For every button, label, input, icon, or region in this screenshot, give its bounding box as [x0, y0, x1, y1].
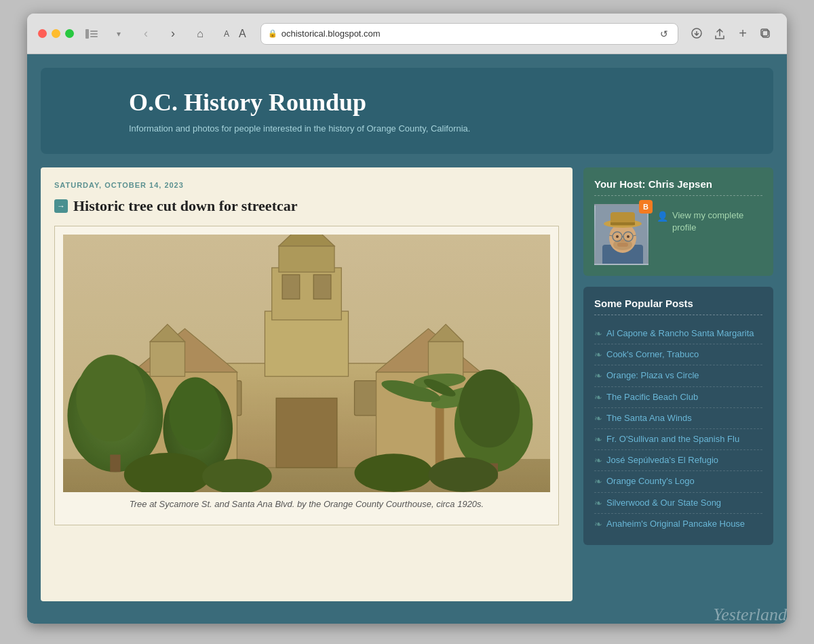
- post-title-arrow-icon: [54, 199, 68, 213]
- list-item: ❧ Al Capone & Rancho Santa Margarita: [594, 323, 762, 344]
- post-date: SATURDAY, OCTOBER 14, 2023: [54, 181, 559, 189]
- browser-actions: +: [686, 24, 776, 44]
- popular-posts-list: ❧ Al Capone & Rancho Santa Margarita ❧ C…: [594, 323, 762, 534]
- minimize-button[interactable]: [52, 29, 60, 38]
- duplicate-button[interactable]: [756, 24, 776, 44]
- svg-point-62: [627, 235, 629, 238]
- forward-icon: ›: [171, 26, 175, 41]
- sidebar: Your Host: Chris Jepsen: [583, 167, 773, 545]
- courthouse-svg: COURT HOUSE, SANTA ANA: [63, 235, 550, 492]
- browser-content: O.C. History Roundup Information and pho…: [27, 54, 787, 624]
- maximize-button[interactable]: [65, 29, 74, 38]
- bullet-icon: ❧: [594, 392, 602, 403]
- add-tab-button[interactable]: +: [733, 24, 753, 44]
- svg-rect-1: [90, 31, 98, 32]
- list-item: ❧ José Sepúlveda's El Refugio: [594, 450, 762, 471]
- svg-point-63: [621, 239, 625, 242]
- bullet-icon: ❧: [594, 455, 602, 466]
- blog-subtitle: Information and photos for people intere…: [129, 123, 746, 134]
- browser-window: ▾ ‹ › ⌂ A A 🔒 ochistorical.blogspot.com …: [27, 14, 787, 624]
- host-avatar-wrapper: B: [594, 204, 648, 265]
- profile-person-icon: 👤: [657, 210, 668, 224]
- sidebar-chevron-button[interactable]: ▾: [109, 24, 128, 43]
- bullet-icon: ❧: [594, 328, 602, 339]
- popular-post-link[interactable]: Anaheim's Original Pancake House: [606, 518, 745, 530]
- svg-point-61: [616, 235, 619, 238]
- list-item: ❧ Silverwood & Our State Song: [594, 493, 762, 514]
- svg-rect-55: [617, 243, 628, 247]
- close-button[interactable]: [38, 29, 47, 38]
- bullet-icon: ❧: [594, 519, 602, 529]
- share-button[interactable]: [710, 24, 730, 44]
- blog-header: O.C. History Roundup Information and pho…: [41, 68, 773, 154]
- font-large-button[interactable]: A: [235, 26, 250, 41]
- host-profile: B 👤 View my complete profile: [594, 204, 762, 265]
- bullet-icon: ❧: [594, 498, 602, 508]
- popular-post-link[interactable]: Fr. O'Sullivan and the Spanish Flu: [606, 433, 739, 445]
- list-item: ❧ Cook's Corner, Trabuco: [594, 344, 762, 365]
- font-controls: A A: [220, 26, 250, 41]
- host-widget: Your Host: Chris Jepsen: [583, 167, 773, 276]
- post-image-container: COURT HOUSE, SANTA ANA Tree at Sycamore …: [54, 226, 559, 525]
- forward-button[interactable]: ›: [163, 24, 182, 43]
- svg-rect-66: [610, 222, 635, 225]
- url-text: ochistorical.blogspot.com: [282, 28, 653, 39]
- list-item: ❧ Anaheim's Original Pancake House: [594, 514, 762, 534]
- host-widget-title: Your Host: Chris Jepsen: [594, 178, 762, 196]
- home-button[interactable]: ⌂: [191, 24, 210, 43]
- main-layout: SATURDAY, OCTOBER 14, 2023 Historic tree…: [27, 154, 787, 615]
- popular-post-link[interactable]: The Santa Ana Winds: [606, 412, 692, 424]
- avatar-svg: [596, 205, 648, 265]
- blog-title: O.C. History Roundup: [129, 88, 746, 117]
- font-small-button[interactable]: A: [220, 28, 233, 40]
- list-item: ❧ Orange County's Logo: [594, 471, 762, 492]
- address-bar[interactable]: 🔒 ochistorical.blogspot.com ↺: [260, 23, 678, 45]
- svg-rect-3: [90, 36, 98, 37]
- bullet-icon: ❧: [594, 413, 602, 424]
- svg-rect-2: [90, 33, 98, 35]
- post-caption: Tree at Sycamore St. and Santa Ana Blvd.…: [63, 492, 550, 517]
- svg-rect-0: [85, 29, 89, 39]
- host-info: 👤 View my complete profile: [657, 204, 762, 234]
- list-item: ❧ The Pacific Beach Club: [594, 387, 762, 408]
- bullet-icon: ❧: [594, 434, 602, 445]
- popular-post-link[interactable]: Cook's Corner, Trabuco: [606, 348, 699, 361]
- popular-post-link[interactable]: The Pacific Beach Club: [606, 391, 698, 403]
- view-profile-link[interactable]: 👤 View my complete profile: [657, 209, 762, 234]
- list-item: ❧ Orange: Plaza vs Circle: [594, 365, 762, 386]
- popular-post-link[interactable]: Al Capone & Rancho Santa Margarita: [606, 327, 754, 340]
- svg-rect-49: [63, 235, 550, 492]
- popular-posts-widget: Some Popular Posts ❧ Al Capone & Rancho …: [583, 287, 773, 545]
- popular-post-link[interactable]: Orange: Plaza vs Circle: [606, 369, 699, 382]
- popular-post-link[interactable]: Silverwood & Our State Song: [606, 497, 721, 509]
- back-button[interactable]: ‹: [136, 24, 155, 43]
- post-title: Historic tree cut down for streetcar: [54, 197, 559, 215]
- list-item: ❧ The Santa Ana Winds: [594, 408, 762, 429]
- courthouse-image: COURT HOUSE, SANTA ANA: [63, 235, 550, 492]
- post-area: SATURDAY, OCTOBER 14, 2023 Historic tree…: [41, 167, 573, 601]
- reload-button[interactable]: ↺: [657, 27, 671, 41]
- list-item: ❧ Fr. O'Sullivan and the Spanish Flu: [594, 429, 762, 450]
- back-icon: ‹: [144, 26, 148, 41]
- blogger-badge: B: [639, 200, 653, 214]
- popular-post-link[interactable]: Orange County's Logo: [606, 475, 695, 487]
- bullet-icon: ❧: [594, 370, 602, 381]
- sidebar-toggle-button[interactable]: [82, 24, 101, 43]
- bullet-icon: ❧: [594, 476, 602, 487]
- traffic-lights: [38, 29, 74, 38]
- browser-titlebar: ▾ ‹ › ⌂ A A 🔒 ochistorical.blogspot.com …: [27, 14, 787, 54]
- download-button[interactable]: [686, 24, 707, 44]
- bullet-icon: ❧: [594, 349, 602, 360]
- popular-posts-title: Some Popular Posts: [594, 298, 762, 315]
- lock-icon: 🔒: [268, 29, 277, 38]
- popular-post-link[interactable]: José Sepúlveda's El Refugio: [606, 454, 718, 466]
- home-icon: ⌂: [197, 28, 204, 40]
